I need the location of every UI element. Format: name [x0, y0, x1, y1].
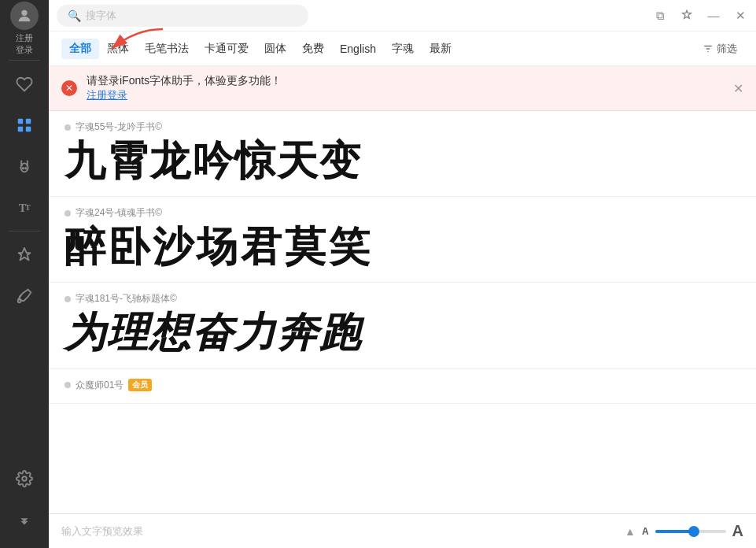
font-name-4: 众魔师01号 [76, 379, 124, 392]
svg-point-10 [18, 300, 21, 303]
sidebar-divider-2 [9, 231, 40, 231]
close-button[interactable]: ✕ [732, 8, 748, 24]
tab-brush[interactable]: 毛笔书法 [137, 39, 197, 59]
font-dot-4 [65, 382, 71, 388]
size-slider[interactable] [655, 530, 726, 533]
svg-rect-4 [26, 127, 31, 131]
bottom-bar: ▲ A A [49, 513, 756, 548]
font-meta-4: 众魔师01号 会员 [65, 379, 740, 392]
notice-dismiss-button[interactable]: ✕ [733, 81, 743, 96]
pin-button[interactable] [679, 8, 695, 24]
font-item-3[interactable]: 字魂181号-飞驰标题体© 为理想奋力奔跑 [49, 283, 756, 368]
size-down-icon[interactable]: ▲ [625, 525, 636, 538]
font-item-1[interactable]: 字魂55号-龙吟手书© 九霄龙吟惊天变 [49, 111, 756, 197]
tab-free[interactable]: 免费 [294, 39, 332, 59]
size-small-label: A [642, 526, 649, 537]
font-list: 字魂55号-龙吟手书© 九霄龙吟惊天变 字魂24号-镇魂手书© 醉卧沙场君莫笑 … [49, 111, 756, 513]
main-content: 🔍 ⧉ — ✕ 全部 黑体 毛笔书法 卡通可爱 [49, 0, 756, 548]
font-item-2[interactable]: 字魂24号-镇魂手书© 醉卧沙场君莫笑 [49, 197, 756, 283]
search-input[interactable] [86, 9, 290, 21]
sidebar-item-rabbit[interactable] [0, 146, 49, 187]
tab-zihun[interactable]: 字魂 [384, 39, 422, 59]
size-large-label: A [732, 522, 743, 540]
font-preview-3: 为理想奋力奔跑 [65, 310, 740, 355]
tab-latest[interactable]: 最新 [422, 39, 459, 59]
sidebar-item-settings[interactable] [0, 458, 49, 499]
avatar-icon [10, 2, 39, 30]
sidebar-divider-1 [9, 60, 40, 61]
vip-badge: 会员 [128, 379, 152, 391]
svg-point-7 [25, 168, 26, 168]
svg-text:T: T [25, 203, 31, 212]
tab-cute[interactable]: 卡通可爱 [197, 39, 256, 59]
sidebar-item-pin[interactable] [0, 235, 49, 276]
sidebar-item-type[interactable]: T T [0, 187, 49, 228]
tab-round[interactable]: 圆体 [256, 39, 294, 59]
category-tabs: 全部 黑体 毛笔书法 卡通可爱 圆体 免费 English 字魂 最新 筛选 [49, 31, 756, 66]
titlebar: 🔍 ⧉ — ✕ [49, 0, 756, 31]
font-name-3: 字魂181号-飞驰标题体© [76, 292, 177, 305]
restore-button[interactable]: ⧉ [652, 8, 668, 24]
tab-english[interactable]: English [332, 39, 384, 58]
font-preview-1: 九霄龙吟惊天变 [65, 139, 740, 183]
svg-rect-1 [18, 119, 23, 124]
notice-close-button[interactable]: ✕ [61, 80, 77, 96]
search-box[interactable]: 🔍 [57, 5, 308, 27]
sidebar-item-favorites[interactable] [0, 64, 49, 105]
font-item-4[interactable]: 众魔师01号 会员 [49, 369, 756, 404]
svg-rect-2 [26, 119, 31, 124]
font-name-1: 字魂55号-龙吟手书© [76, 120, 162, 134]
font-dot-3 [65, 296, 71, 302]
font-dot-2 [65, 210, 71, 217]
sidebar-item-apps[interactable] [0, 105, 49, 146]
font-meta-1: 字魂55号-龙吟手书© [65, 120, 740, 134]
filter-icon [703, 43, 714, 54]
login-notice: ✕ 请登录iFonts字体助手，体验更多功能！ 注册登录 ✕ [49, 66, 756, 111]
sidebar-bottom [0, 458, 49, 548]
filter-button[interactable]: 筛选 [696, 39, 743, 59]
sidebar-item-brush[interactable] [0, 276, 49, 317]
notice-login-link[interactable]: 注册登录 [87, 88, 282, 102]
svg-point-6 [22, 168, 23, 168]
minimize-button[interactable]: — [706, 8, 721, 24]
search-icon: 🔍 [68, 9, 81, 22]
avatar-login[interactable]: 注册 登录 [0, 0, 49, 57]
font-meta-3: 字魂181号-飞驰标题体© [65, 292, 740, 305]
notice-text: 请登录iFonts字体助手，体验更多功能！ [87, 74, 282, 88]
filter-label: 筛选 [717, 42, 737, 56]
login-label: 注册 登录 [16, 32, 33, 55]
font-meta-2: 字魂24号-镇魂手书© [65, 206, 740, 220]
svg-rect-3 [18, 127, 23, 131]
sidebar-item-more[interactable] [0, 499, 49, 540]
tab-all[interactable]: 全部 [61, 39, 99, 59]
size-controls: ▲ A A [625, 522, 743, 540]
titlebar-controls: ⧉ — ✕ [652, 8, 748, 24]
font-name-2: 字魂24号-镇魂手书© [76, 206, 162, 220]
size-slider-thumb[interactable] [688, 526, 699, 537]
preview-text-input[interactable] [61, 525, 625, 537]
tab-hei[interactable]: 黑体 [99, 39, 137, 59]
font-preview-2: 醉卧沙场君莫笑 [65, 224, 740, 269]
svg-point-11 [22, 476, 27, 481]
font-dot-1 [65, 124, 71, 131]
svg-point-0 [21, 10, 27, 16]
sidebar: 注册 登录 T T [0, 0, 49, 548]
